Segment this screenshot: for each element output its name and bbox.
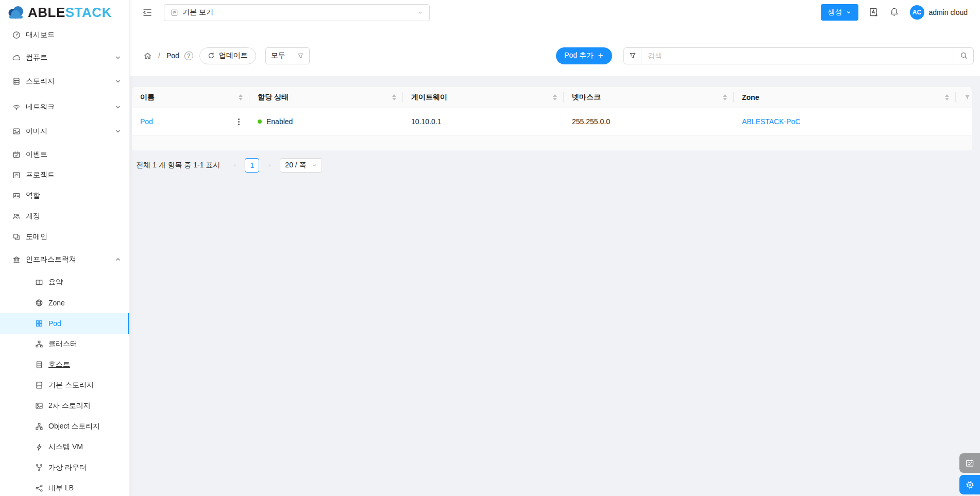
- breadcrumb-separator: /: [158, 52, 160, 60]
- user-name: admin cloud: [929, 8, 968, 16]
- appstore-icon: [35, 319, 43, 328]
- pagination-summary: 전체 1 개 항목 중 1-1 표시: [136, 161, 220, 170]
- sidebar-item-object-storage[interactable]: Object 스토리지: [0, 416, 129, 437]
- column-filter-icon: [964, 94, 971, 100]
- search-icon[interactable]: [954, 48, 973, 64]
- cluster-icon: [35, 340, 43, 348]
- wifi-icon: [12, 103, 21, 111]
- ablestack-logo[interactable]: ABLESTACK: [0, 0, 129, 25]
- column-header-netmask[interactable]: 넷마스크: [564, 87, 734, 108]
- sidebar-item-accounts[interactable]: 계정: [0, 206, 129, 227]
- calendar-icon: [965, 458, 974, 468]
- pagination: 전체 1 개 항목 중 1-1 표시 ‹ 1 › 20 / 쪽: [136, 158, 972, 173]
- server-icon: [35, 361, 43, 369]
- chevron-down-icon: [115, 78, 121, 84]
- help-icon[interactable]: ?: [184, 52, 193, 60]
- sidebar-item-network[interactable]: 네트워크: [0, 97, 129, 117]
- plus-icon: [598, 53, 604, 59]
- block-icon: [12, 233, 21, 241]
- status-text: Enabled: [266, 117, 293, 126]
- sidebar-item-dashboard[interactable]: 대시보드: [0, 25, 129, 45]
- page-body: 이름 할당 상태 게이트웨이 넷마스크 Zone Pod: [130, 76, 980, 496]
- cell-gateway: 10.10.0.1: [403, 108, 564, 135]
- sidebar-item-pod[interactable]: Pod: [0, 313, 129, 334]
- column-header-allocation-state[interactable]: 할당 상태: [249, 87, 403, 108]
- pod-link[interactable]: Pod: [140, 117, 153, 126]
- sidebar-item-system-vms[interactable]: 시스템 VM: [0, 437, 129, 457]
- sort-carets-icon: [553, 94, 557, 100]
- event-timeline-button[interactable]: [959, 453, 980, 473]
- sidebar-item-projects[interactable]: 프로젝트: [0, 165, 129, 185]
- column-header-zone[interactable]: Zone: [734, 87, 956, 108]
- picture-icon: [35, 402, 43, 410]
- search-filter-icon[interactable]: [624, 48, 641, 64]
- sidebar-item-zone[interactable]: Zone: [0, 293, 129, 313]
- sidebar-item-secondary-storage[interactable]: 2차 스토리지: [0, 396, 129, 416]
- chevron-up-icon: [115, 256, 121, 263]
- sort-carets-icon: [945, 94, 949, 100]
- apartment-icon: [35, 422, 43, 431]
- dashboard-icon: [12, 31, 21, 39]
- search-input[interactable]: [641, 52, 954, 60]
- chevron-down-icon: [115, 104, 121, 110]
- add-pod-button[interactable]: Pod 추가: [556, 47, 612, 64]
- filter-select-value: 모두: [271, 51, 285, 60]
- bank-icon: [12, 255, 21, 264]
- sidebar-item-compute[interactable]: 컴퓨트: [0, 47, 129, 68]
- row-actions-icon[interactable]: [235, 118, 242, 125]
- cell-netmask: 255.255.0.0: [564, 108, 734, 135]
- thunderbolt-icon: [35, 443, 43, 451]
- prev-page-icon[interactable]: ‹: [228, 159, 241, 172]
- next-page-icon[interactable]: ›: [263, 159, 276, 172]
- global-icon: [35, 299, 43, 307]
- sort-carets-icon: [239, 94, 243, 100]
- status-dot-enabled: [258, 119, 262, 124]
- column-header-filter[interactable]: [956, 87, 972, 108]
- view-select[interactable]: 기본 보기: [164, 4, 430, 21]
- sidebar-item-infrastructure[interactable]: 인프라스트럭쳐: [0, 249, 129, 270]
- sidebar-item-clusters[interactable]: 클러스터: [0, 334, 129, 354]
- page-number[interactable]: 1: [245, 158, 259, 173]
- user-menu[interactable]: AC admin cloud: [910, 5, 968, 20]
- sidebar-item-summary[interactable]: 요약: [0, 272, 129, 293]
- project-view-icon: [171, 9, 178, 16]
- create-button[interactable]: 생성: [821, 4, 858, 21]
- bell-icon[interactable]: [889, 7, 900, 18]
- column-header-name[interactable]: 이름: [132, 87, 249, 108]
- cell-zone: ABLESTACK-PoC: [734, 108, 956, 135]
- refresh-button[interactable]: 업데이트: [199, 47, 256, 64]
- funnel-icon: [297, 53, 304, 59]
- cell-filter: [956, 108, 972, 135]
- sort-carets-icon: [723, 94, 727, 100]
- pod-table: 이름 할당 상태 게이트웨이 넷마스크 Zone Pod: [132, 87, 972, 136]
- sidebar-item-storage[interactable]: 스토리지: [0, 71, 129, 92]
- chevron-down-icon: [312, 163, 317, 168]
- chevron-down-icon: [115, 55, 121, 61]
- home-icon[interactable]: [143, 52, 152, 60]
- translate-icon[interactable]: [869, 7, 879, 18]
- avatar: AC: [910, 5, 924, 20]
- menu-fold-icon[interactable]: [142, 7, 153, 18]
- logo-text: ABLESTACK: [28, 5, 112, 21]
- table-row: Pod Enabled 10.10.0.1 255.255.0.0 ABLEST…: [132, 108, 972, 135]
- sidebar-item-internal-lb[interactable]: 내부 LB: [0, 478, 129, 496]
- sidebar-item-hosts[interactable]: 호스트: [0, 354, 129, 375]
- sidebar-item-events[interactable]: 이벤트: [0, 144, 129, 165]
- chevron-down-icon: [846, 10, 851, 15]
- column-header-gateway[interactable]: 게이트웨이: [403, 87, 564, 108]
- settings-button[interactable]: [959, 475, 980, 494]
- zone-link[interactable]: ABLESTACK-PoC: [742, 117, 800, 126]
- page-size-select[interactable]: 20 / 쪽: [280, 158, 322, 173]
- breadcrumb-current: Pod: [166, 52, 179, 60]
- team-icon: [12, 212, 21, 220]
- sidebar-item-images[interactable]: 이미지: [0, 121, 129, 142]
- database-icon: [35, 381, 43, 389]
- filter-select[interactable]: 모두: [265, 47, 310, 64]
- sidebar-item-roles[interactable]: 역할: [0, 185, 129, 206]
- sidebar-item-virtual-routers[interactable]: 가상 라우터: [0, 457, 129, 478]
- breadcrumb: / Pod ?: [143, 52, 193, 60]
- sidebar-item-primary-storage[interactable]: 기본 스토리지: [0, 375, 129, 396]
- sidebar-item-domains[interactable]: 도메인: [0, 227, 129, 247]
- top-header: 기본 보기 생성 AC admin cloud: [130, 0, 980, 25]
- table-footer-strip: [132, 136, 972, 150]
